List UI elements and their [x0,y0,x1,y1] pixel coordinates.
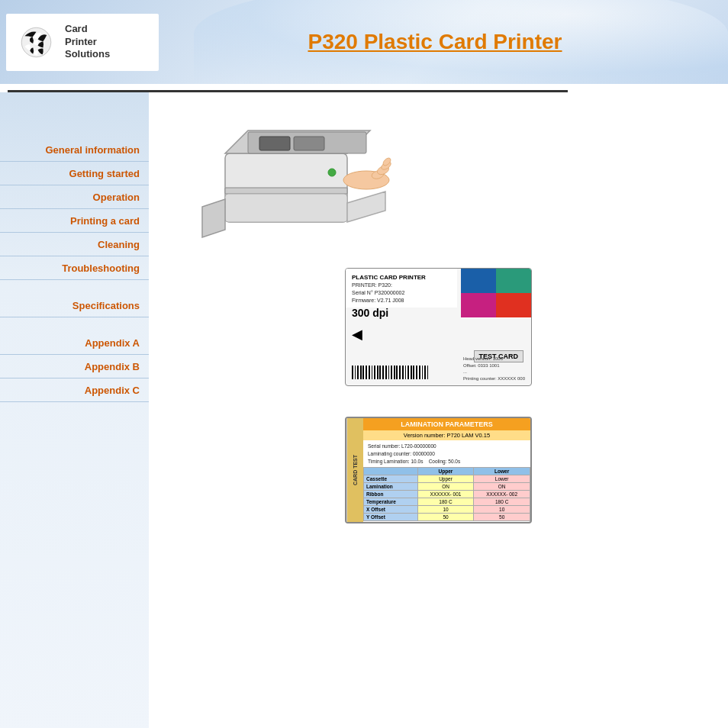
lam-title: LAMINATION PARAMETERS [363,418,530,430]
test-card-color-blocks [461,269,531,318]
sidebar-spacer [0,280,149,294]
color-blue [461,269,496,293]
lam-row-cassette-lower: Lower [474,475,530,483]
lam-info: Serial number: L720-00000000 Laminating … [363,440,530,467]
test-card-barcode [352,366,428,379]
main-content: PLASTIC CARD PRINTER PRINTER: P320: Seri… [149,92,728,728]
test-card-info: Head version: 1000Offset: 0333 1001...Pr… [463,356,525,382]
sidebar-item-operation[interactable]: Operation [0,185,149,209]
sidebar-link-appendix-b[interactable]: Appendix B [85,361,140,372]
lam-row-temperature: Temperature 180 C 180 C [364,498,530,506]
lam-row-lamination: Lamination ON ON [364,483,530,491]
page-title: P320 Plastic Card Printer [165,30,728,54]
sidebar-item-getting-started[interactable]: Getting started [0,162,149,185]
svg-rect-5 [259,137,290,150]
svg-rect-6 [294,137,324,150]
lam-row-ribbon: Ribbon XXXXXX- 001 XXXXXX- 002 [364,491,530,498]
lam-main: LAMINATION PARAMETERS Version number: P7… [363,418,530,522]
sidebar-item-troubleshooting[interactable]: Troubleshooting [0,256,149,280]
test-card-title: PLASTIC CARD PRINTER [352,273,451,282]
lam-row-yoffset-label: Y Offset [364,514,418,521]
sidebar-link-appendix-a[interactable]: Appendix A [85,337,140,349]
logo-text: Card Printer Solutions [65,23,110,62]
lam-row-lamination-label: Lamination [364,483,418,491]
sidebar-link-appendix-c[interactable]: Appendix C [85,385,140,396]
test-card-serial: Serial N° P320000002 [352,289,451,297]
color-row-2 [461,293,531,317]
lam-row-yoffset-upper: 50 [417,514,474,521]
test-card-dpi: 300 dpi [352,307,388,319]
test-card-firmware: Firmware: V2.71 J008 [352,297,451,304]
lam-col-lower: Lower [474,468,530,475]
color-magenta [461,293,496,317]
sidebar-item-specifications[interactable]: Specifications [0,294,149,317]
lam-row-yoffset: Y Offset 50 50 [364,514,530,521]
sidebar: General information Getting started Oper… [0,92,149,728]
printer-image-area [172,108,705,245]
sidebar-item-general-information[interactable]: General information [0,138,149,162]
sidebar-link-printing-a-card[interactable]: Printing a card [70,215,140,227]
layout: General information Getting started Oper… [0,92,728,728]
logo-area: Card Printer Solutions [6,14,159,71]
lam-table-header-row: Upper Lower [364,468,530,475]
lam-row-cassette-upper: Upper [417,475,474,483]
logo-line2: Printer [65,36,110,49]
test-card-printer: PRINTER: P320: [352,282,451,289]
sidebar-link-getting-started[interactable]: Getting started [69,168,140,179]
lam-row-lamination-lower: ON [474,483,530,491]
sidebar-link-general-information[interactable]: General information [45,144,140,156]
lam-col-upper: Upper [417,468,474,475]
logo-line1: Card [65,23,110,36]
lam-row-temperature-upper: 180 C [417,498,474,506]
lam-row-cassette: Cassette Upper Lower [364,475,530,483]
test-card-area: PLASTIC CARD PRINTER PRINTER: P320: Seri… [172,268,705,386]
lam-card-area: CARD TEST LAMINATION PARAMETERS Version … [172,417,705,523]
lam-serial: Serial number: L720-00000000 [368,443,526,450]
lam-col-label [364,468,418,475]
lam-table: Upper Lower Cassette Upper Lower L [363,467,530,521]
color-teal [496,269,531,293]
sidebar-item-appendix-c[interactable]: Appendix C [0,378,149,402]
lam-row-yoffset-lower: 50 [474,514,530,521]
color-red [496,293,531,317]
lam-card: CARD TEST LAMINATION PARAMETERS Version … [345,417,532,523]
lam-row-temperature-label: Temperature [364,498,418,506]
lam-row-xoffset-lower: 10 [474,506,530,514]
sidebar-link-troubleshooting[interactable]: Troubleshooting [62,263,140,274]
lam-row-lamination-upper: ON [417,483,474,491]
lam-timing: Timing Lamination: 10.0s Cooling: 50.0s [368,458,526,465]
printer-illustration [187,108,401,245]
lam-cooling: Cooling: 50.0s [429,459,461,464]
svg-rect-8 [225,194,347,222]
lam-row-ribbon-upper: XXXXXX- 001 [417,491,474,498]
sidebar-item-appendix-a[interactable]: Appendix A [0,331,149,355]
lam-side-tab-text: CARD TEST [353,455,358,485]
sidebar-item-cleaning[interactable]: Cleaning [0,233,149,256]
lam-timing-label: Timing Lamination: 10.0s [368,459,423,464]
sidebar-link-specifications[interactable]: Specifications [72,300,140,311]
sidebar-spacer2 [0,317,149,331]
lam-version: Version number: P720 LAM V0.15 [363,430,530,440]
lam-row-xoffset: X Offset 10 10 [364,506,530,514]
logo-line3: Solutions [65,48,110,61]
lam-row-xoffset-label: X Offset [364,506,418,514]
sidebar-link-cleaning[interactable]: Cleaning [98,239,140,250]
lam-row-ribbon-label: Ribbon [364,491,418,498]
lam-side-tab: CARD TEST [346,418,363,522]
svg-rect-7 [225,188,347,194]
sidebar-item-appendix-b[interactable]: Appendix B [0,355,149,378]
lam-row-xoffset-upper: 10 [417,506,474,514]
sidebar-item-printing-a-card[interactable]: Printing a card [0,209,149,233]
test-card-arrow-icon: ◀ [352,326,362,343]
test-card-header: PLASTIC CARD PRINTER PRINTER: P320: Seri… [346,269,457,308]
zebra-logo-icon [15,21,57,63]
svg-point-9 [328,169,336,176]
lam-row-cassette-label: Cassette [364,475,418,483]
lam-row-temperature-lower: 180 C [474,498,530,506]
lam-row-ribbon-lower: XXXXXX- 002 [474,491,530,498]
test-card: PLASTIC CARD PRINTER PRINTER: P320: Seri… [345,268,532,386]
color-row-1 [461,269,531,293]
sidebar-link-operation[interactable]: Operation [93,192,140,203]
header: Card Printer Solutions P320 Plastic Card… [0,0,728,84]
lam-counter: Laminating counter: 00000000 [368,450,526,458]
